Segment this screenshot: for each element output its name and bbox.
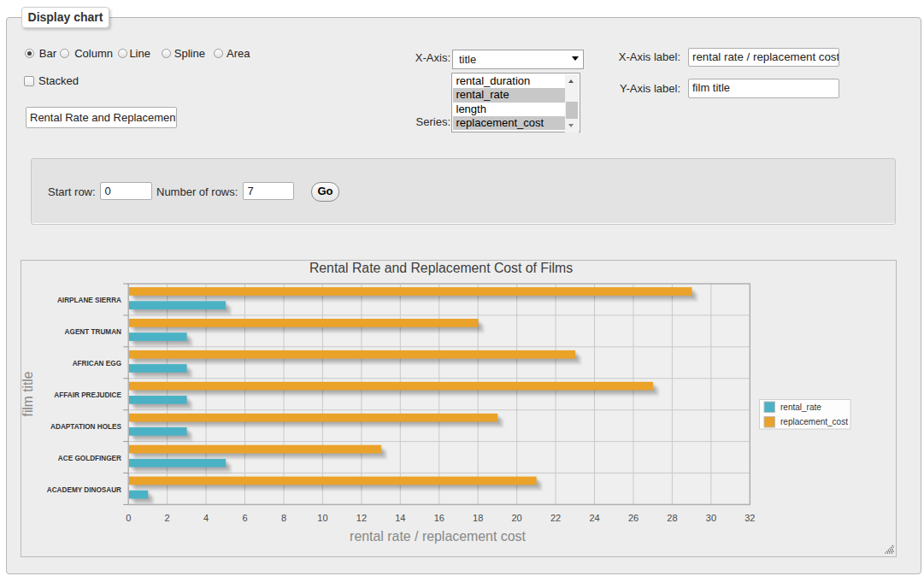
svg-text:AFRICAN EGG: AFRICAN EGG (73, 360, 121, 367)
svg-text:2: 2 (165, 513, 170, 523)
svg-text:film title: film title (21, 372, 35, 417)
svg-text:Rental Rate and Replacement Co: Rental Rate and Replacement Cost of Film… (309, 261, 573, 275)
svg-text:24: 24 (589, 513, 599, 523)
svg-text:32: 32 (744, 513, 755, 523)
svg-text:4: 4 (203, 513, 209, 523)
svg-text:ACE GOLDFINGER: ACE GOLDFINGER (58, 455, 121, 462)
svg-text:6: 6 (242, 513, 247, 523)
svg-text:ADAPTATION HOLES: ADAPTATION HOLES (50, 423, 121, 431)
svg-text:30: 30 (706, 513, 716, 523)
svg-text:18: 18 (473, 513, 483, 523)
svg-text:26: 26 (628, 513, 639, 523)
svg-text:14: 14 (395, 513, 405, 523)
svg-text:ACADEMY DINOSAUR: ACADEMY DINOSAUR (47, 486, 121, 494)
svg-text:AFFAIR PREJUDICE: AFFAIR PREJUDICE (54, 391, 121, 399)
svg-text:22: 22 (550, 513, 561, 523)
svg-text:0: 0 (126, 513, 131, 523)
svg-text:8: 8 (281, 513, 286, 523)
svg-text:20: 20 (511, 513, 521, 523)
svg-text:28: 28 (667, 513, 677, 523)
svg-text:10: 10 (317, 513, 327, 523)
svg-text:rental_rate: rental_rate (780, 403, 821, 412)
svg-text:replacement_cost: replacement_cost (780, 417, 848, 426)
svg-text:12: 12 (356, 513, 367, 523)
svg-text:rental rate / replacement cost: rental rate / replacement cost (350, 529, 526, 544)
svg-text:AGENT TRUMAN: AGENT TRUMAN (65, 328, 121, 336)
svg-text:16: 16 (434, 513, 444, 523)
svg-text:AIRPLANE SIERRA: AIRPLANE SIERRA (57, 297, 121, 304)
